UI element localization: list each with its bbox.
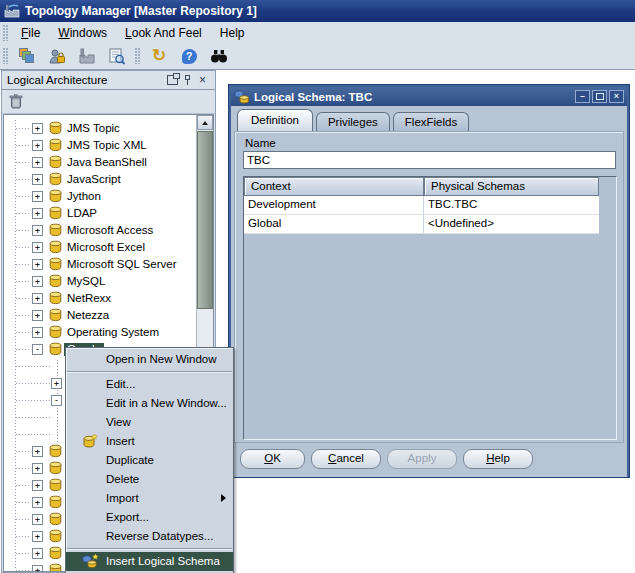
tree-item-java-beanshell[interactable]: + Java BeanShell: [4, 154, 196, 171]
technology-icon: [48, 342, 63, 358]
ok-button[interactable]: OK: [240, 449, 305, 469]
tree-expand-icon[interactable]: +: [32, 140, 43, 151]
tree-expand-icon[interactable]: +: [32, 191, 43, 202]
tree-branch-line: [16, 332, 31, 333]
help-button[interactable]: Help: [463, 449, 533, 469]
toolbar-grip-handle[interactable]: [3, 48, 8, 64]
tree-expand-icon[interactable]: +: [32, 276, 43, 287]
table-row[interactable]: DevelopmentTBC.TBC: [244, 196, 599, 215]
menubar-item-look-and-feel[interactable]: Look And Feel: [116, 24, 211, 42]
tree-branch-line: [16, 281, 31, 282]
menubar-item-windows[interactable]: Windows: [49, 24, 116, 42]
refresh-icon[interactable]: ↻: [146, 45, 172, 67]
menu-item-view[interactable]: View: [66, 413, 233, 432]
column-header-context[interactable]: Context: [244, 177, 424, 196]
menubar-item-help[interactable]: Help: [211, 24, 254, 42]
table-row[interactable]: Global<Undefined>: [244, 215, 599, 234]
tree-expand-icon[interactable]: +: [32, 310, 43, 321]
help-icon[interactable]: ?: [176, 45, 202, 67]
trash-icon[interactable]: [9, 94, 23, 109]
security-user-icon[interactable]: [44, 45, 70, 67]
database-cylinder-icon: [48, 172, 63, 186]
maximize-icon[interactable]: [592, 90, 607, 103]
context-schema-table: ContextPhysical Schemas DevelopmentTBC.T…: [243, 176, 617, 440]
tree-expand-icon[interactable]: +: [32, 208, 43, 219]
toolbar-grip-handle-2[interactable]: [135, 48, 140, 64]
tree-item-jython[interactable]: + Jython: [4, 188, 196, 205]
apply-button[interactable]: Apply: [387, 449, 457, 469]
tree-branch-line: [16, 400, 50, 401]
menu-item-edit-in-a-new-window[interactable]: Edit in a New Window...: [66, 394, 233, 413]
float-window-icon[interactable]: [165, 74, 180, 87]
menu-item-label: Export...: [106, 511, 149, 523]
scroll-up-button[interactable]: [197, 115, 213, 130]
find-icon[interactable]: [206, 45, 232, 67]
menu-item-delete[interactable]: Delete: [66, 470, 233, 489]
tree-collapse-icon[interactable]: -: [51, 395, 62, 406]
tree-expand-icon[interactable]: +: [32, 157, 43, 168]
tree-expand-icon[interactable]: +: [32, 531, 43, 542]
tree-item-microsoft-excel[interactable]: + Microsoft Excel: [4, 239, 196, 256]
tree-item-mysql[interactable]: + MySQL: [4, 273, 196, 290]
tree-expand-icon[interactable]: +: [32, 174, 43, 185]
tree-expand-icon[interactable]: +: [32, 242, 43, 253]
menubar-item-file[interactable]: File: [12, 24, 49, 42]
menu-item-label: Open in New Window: [106, 353, 217, 365]
tree-expand-icon[interactable]: +: [32, 497, 43, 508]
menu-item-reverse-datatypes[interactable]: Reverse Datatypes...: [66, 527, 233, 546]
tree-expand-icon[interactable]: +: [32, 463, 43, 474]
tab-privileges[interactable]: Privileges: [316, 112, 390, 131]
tree-expand-icon[interactable]: +: [32, 548, 43, 559]
refresh-arrows-icon: ↻: [152, 48, 166, 64]
dialog-titlebar: Logical Schema: TBC – ×: [231, 87, 627, 106]
tree-expand-icon[interactable]: +: [32, 123, 43, 134]
menubar-grip-handle[interactable]: [3, 25, 8, 41]
menu-item-edit[interactable]: Edit...: [66, 375, 233, 394]
topology-factory-icon[interactable]: [74, 45, 100, 67]
tree-expand-icon[interactable]: +: [32, 327, 43, 338]
column-header-physical-schemas[interactable]: Physical Schemas: [424, 177, 599, 196]
tree-expand-icon[interactable]: +: [32, 480, 43, 491]
new-objects-icon[interactable]: [14, 45, 40, 67]
tree-expand-icon[interactable]: +: [32, 514, 43, 525]
cancel-button[interactable]: Cancel: [311, 449, 381, 469]
tree-item-operating-system[interactable]: + Operating System: [4, 324, 196, 341]
menu-item-import[interactable]: Import: [66, 489, 233, 508]
tree-item-netezza[interactable]: + Netezza: [4, 307, 196, 324]
tree-item-ldap[interactable]: + LDAP: [4, 205, 196, 222]
tree-expand-icon[interactable]: +: [51, 378, 62, 389]
tree-expand-icon[interactable]: +: [32, 225, 43, 236]
tree-item-javascript[interactable]: + JavaScript: [4, 171, 196, 188]
tab-definition[interactable]: Definition: [237, 109, 313, 131]
window-titlebar: Topology Manager [Master Repository 1]: [0, 0, 635, 22]
tree-item-netrexx[interactable]: + NetRexx: [4, 290, 196, 307]
tree-expand-icon[interactable]: +: [32, 565, 43, 572]
tab-flexfields[interactable]: FlexFields: [393, 112, 469, 131]
tree-expand-icon[interactable]: +: [32, 259, 43, 270]
view-report-icon[interactable]: [104, 45, 130, 67]
menu-item-duplicate[interactable]: Duplicate: [66, 451, 233, 470]
close-icon[interactable]: ×: [609, 90, 624, 103]
binoculars-icon: [210, 49, 228, 63]
scrollbar-thumb[interactable]: [197, 131, 213, 309]
tree-item-jms-topic[interactable]: + JMS Topic: [4, 120, 196, 137]
name-input[interactable]: [243, 151, 616, 169]
tree-item-microsoft-sql-server[interactable]: + Microsoft SQL Server: [4, 256, 196, 273]
factory-icon: [78, 48, 96, 64]
tree-item-jms-topic-xml[interactable]: + JMS Topic XML: [4, 137, 196, 154]
minimize-icon[interactable]: –: [575, 90, 590, 103]
tree-expand-icon[interactable]: +: [32, 293, 43, 304]
menu-item-open-in-new-window[interactable]: Open in New Window: [66, 350, 233, 369]
database-cylinder-icon: [48, 308, 63, 322]
menu-item-insert[interactable]: Insert: [66, 432, 233, 451]
tree-expand-icon[interactable]: +: [32, 446, 43, 457]
menu-item-insert-logical-schema[interactable]: Insert Logical Schema: [66, 552, 233, 571]
tree-branch-line: [16, 213, 31, 214]
technology-icon: [48, 529, 63, 545]
tree-collapse-icon[interactable]: -: [32, 344, 43, 355]
menu-item-export[interactable]: Export...: [66, 508, 233, 527]
pin-panel-icon[interactable]: [180, 74, 195, 87]
database-cylinder-icon: [48, 240, 63, 254]
tree-item-microsoft-access[interactable]: + Microsoft Access: [4, 222, 196, 239]
close-panel-icon[interactable]: ×: [195, 74, 210, 87]
